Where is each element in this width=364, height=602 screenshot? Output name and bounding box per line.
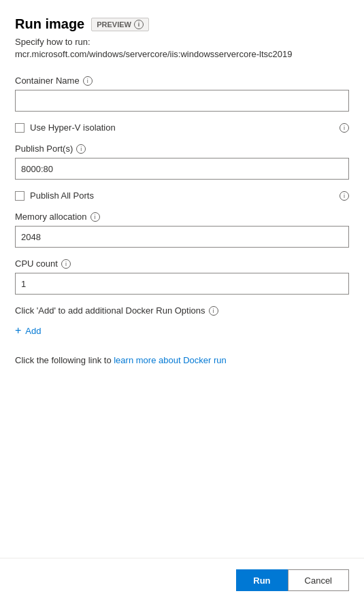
- cancel-button[interactable]: Cancel: [288, 569, 349, 591]
- docker-learn-more-link[interactable]: learn more about Docker run: [114, 355, 226, 365]
- memory-allocation-info-icon[interactable]: i: [90, 212, 100, 222]
- plus-icon: +: [15, 325, 21, 336]
- footer-buttons: Run Cancel: [0, 558, 364, 602]
- preview-info-icon[interactable]: i: [134, 20, 144, 29]
- publish-all-ports-checkbox[interactable]: [15, 191, 24, 201]
- container-name-info-icon[interactable]: i: [83, 76, 93, 86]
- hyper-v-label: Use Hyper-V isolation: [30, 122, 116, 133]
- docker-link-prefix: Click the following link to: [15, 355, 114, 365]
- preview-badge: PREVIEW i: [91, 18, 149, 31]
- memory-allocation-label: Memory allocation: [15, 212, 87, 222]
- cpu-count-info-icon[interactable]: i: [61, 259, 71, 269]
- publish-all-ports-info-icon[interactable]: i: [340, 191, 349, 201]
- add-label: Add: [25, 326, 41, 336]
- add-options-info-icon[interactable]: i: [209, 306, 218, 316]
- cpu-count-section: CPU count i: [15, 258, 349, 295]
- subtitle: Specify how to run: mcr.microsoft.com/wi…: [15, 36, 349, 61]
- hyper-v-row: Use Hyper-V isolation i: [15, 122, 349, 133]
- container-name-input[interactable]: [15, 90, 349, 112]
- add-button[interactable]: + Add: [15, 322, 41, 339]
- docker-link-section: Click the following link to learn more a…: [15, 355, 349, 365]
- page-title: Run image: [15, 16, 84, 32]
- container-name-label: Container Name: [15, 76, 80, 86]
- memory-allocation-input[interactable]: [15, 226, 349, 248]
- run-button[interactable]: Run: [236, 569, 287, 591]
- cpu-count-label: CPU count: [15, 258, 58, 269]
- publish-all-ports-label: Publish All Ports: [30, 190, 94, 201]
- hyper-v-info-icon[interactable]: i: [340, 123, 349, 133]
- publish-ports-section: Publish Port(s) i: [15, 144, 349, 180]
- add-options-section: Click 'Add' to add additional Docker Run…: [15, 305, 349, 316]
- memory-allocation-section: Memory allocation i: [15, 212, 349, 248]
- publish-ports-info-icon[interactable]: i: [76, 144, 86, 154]
- publish-all-ports-row: Publish All Ports i: [15, 190, 349, 201]
- container-name-section: Container Name i: [15, 76, 349, 112]
- add-options-text: Click 'Add' to add additional Docker Run…: [15, 305, 205, 316]
- hyper-v-checkbox[interactable]: [15, 123, 24, 133]
- publish-ports-input[interactable]: [15, 158, 349, 180]
- cpu-count-input[interactable]: [15, 273, 349, 295]
- publish-ports-label: Publish Port(s): [15, 144, 73, 154]
